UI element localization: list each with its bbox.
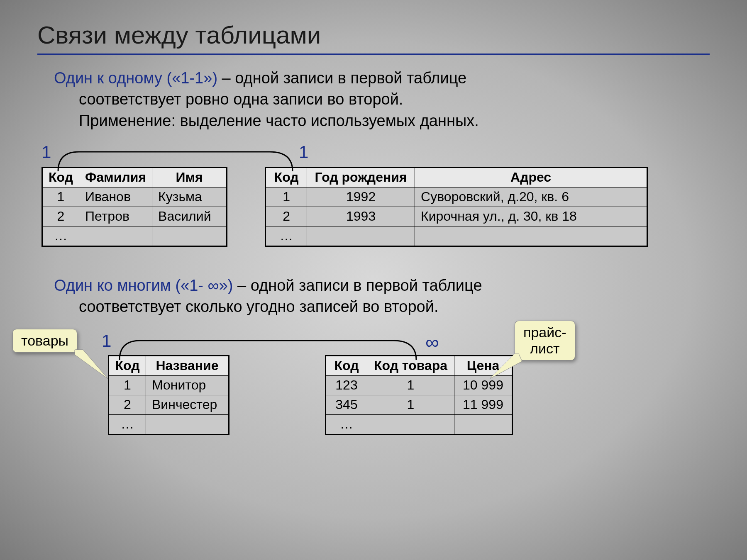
cell	[152, 226, 227, 246]
one-to-many-line1: Один ко многим («1- ∞») – одной записи в…	[54, 275, 693, 296]
col-header: Код	[326, 355, 367, 375]
col-header: Название	[146, 355, 229, 375]
one-to-many-heading: Один ко многим («1- ∞»)	[54, 277, 233, 294]
cell	[367, 414, 454, 434]
cell: …	[42, 226, 79, 246]
table-goods: Код Название 1 Монитор 2 Винчестер …	[108, 355, 229, 435]
table-row: 2 1993 Кирочная ул., д. 30, кв 18	[266, 207, 647, 226]
callout-text: товары	[21, 333, 68, 348]
col-header: Код товара	[367, 355, 454, 375]
one-to-many-heading-rest: – одной записи в первой таблице	[233, 277, 482, 294]
one-to-one-line2: соответствует ровно одна записи во второ…	[79, 89, 693, 110]
cell: 1992	[307, 187, 415, 207]
table-row: 1 Иванов Кузьма	[42, 187, 227, 207]
cardinality-left-1: 1	[42, 142, 51, 162]
cell: 1	[266, 187, 307, 207]
cell: Петров	[79, 207, 152, 226]
one-to-one-line3: Применение: выделение часто используемых…	[79, 110, 693, 131]
cell: Винчестер	[146, 395, 229, 414]
svg-marker-0	[75, 350, 108, 379]
col-header: Код	[42, 167, 79, 187]
section-one-to-many: Один ко многим («1- ∞») – одной записи в…	[37, 275, 710, 491]
table-row: 123 1 10 999	[326, 375, 513, 395]
callout-goods-tail	[75, 350, 112, 383]
cell: Кузьма	[152, 187, 227, 207]
table-row: 1 1992 Суворовский, д.20, кв. 6	[266, 187, 647, 207]
cell: 345	[326, 395, 367, 414]
cell: 1	[109, 375, 146, 395]
title-rule	[37, 54, 710, 55]
cell	[146, 414, 229, 434]
table-row: 345 1 11 999	[326, 395, 513, 414]
cardinality-left-2: 1	[102, 331, 111, 351]
table-row: …	[326, 414, 513, 434]
section-one-to-one: Один к одному («1-1») – одной записи в п…	[37, 68, 710, 258]
cell: 1	[42, 187, 79, 207]
cell	[79, 226, 152, 246]
cell: 1	[367, 395, 454, 414]
table-header-row: Код Фамилия Имя	[42, 167, 227, 187]
cell	[307, 226, 415, 246]
col-header: Код	[109, 355, 146, 375]
col-header: Фамилия	[79, 167, 152, 187]
cell: 11 999	[454, 395, 513, 414]
page-title: Связи между таблицами	[37, 21, 710, 49]
table-people-names: Код Фамилия Имя 1 Иванов Кузьма 2 Петров…	[42, 167, 227, 247]
callout-text: прайс- лист	[523, 324, 566, 356]
cell: …	[109, 414, 146, 434]
cell: Василий	[152, 207, 227, 226]
cell: Кирочная ул., д. 30, кв 18	[415, 207, 647, 226]
cell: Иванов	[79, 187, 152, 207]
one-to-many-line2: соответствует сколько угодно записей во …	[79, 296, 693, 317]
cell: 1	[367, 375, 454, 395]
cardinality-right-1: 1	[299, 142, 308, 162]
table-pricelist: Код Код товара Цена 123 1 10 999 345 1 1…	[325, 355, 513, 435]
table-row: …	[109, 414, 229, 434]
table-header-row: Код Год рождения Адрес	[266, 167, 647, 187]
cell	[454, 414, 513, 434]
cell: 1993	[307, 207, 415, 226]
one-to-one-heading: Один к одному («1-1»)	[54, 69, 217, 87]
col-header: Имя	[152, 167, 227, 187]
table-row: 2 Винчестер	[109, 395, 229, 414]
cell: Монитор	[146, 375, 229, 395]
callout-goods: товары	[12, 329, 77, 353]
cell: 123	[326, 375, 367, 395]
table-header-row: Код Код товара Цена	[326, 355, 513, 375]
cell: Суворовский, д.20, кв. 6	[415, 187, 647, 207]
col-header: Цена	[454, 355, 513, 375]
table-header-row: Код Название	[109, 355, 229, 375]
cell: …	[326, 414, 367, 434]
col-header: Год рождения	[307, 167, 415, 187]
table-row: …	[42, 226, 227, 246]
table-row: …	[266, 226, 647, 246]
table-row: 2 Петров Василий	[42, 207, 227, 226]
cell: …	[266, 226, 307, 246]
cell: 2	[109, 395, 146, 414]
one-to-one-line1: Один к одному («1-1») – одной записи в п…	[54, 68, 693, 89]
col-header: Адрес	[415, 167, 647, 187]
one-to-one-heading-rest: – одной записи в первой таблице	[217, 69, 466, 87]
cardinality-right-inf: ∞	[425, 331, 439, 353]
cell: 10 999	[454, 375, 513, 395]
cell: 2	[42, 207, 79, 226]
table-people-details: Код Год рождения Адрес 1 1992 Суворовски…	[265, 167, 648, 247]
callout-pricelist: прайс- лист	[515, 321, 575, 360]
table-row: 1 Монитор	[109, 375, 229, 395]
cell	[415, 226, 647, 246]
col-header: Код	[266, 167, 307, 187]
cell: 2	[266, 207, 307, 226]
